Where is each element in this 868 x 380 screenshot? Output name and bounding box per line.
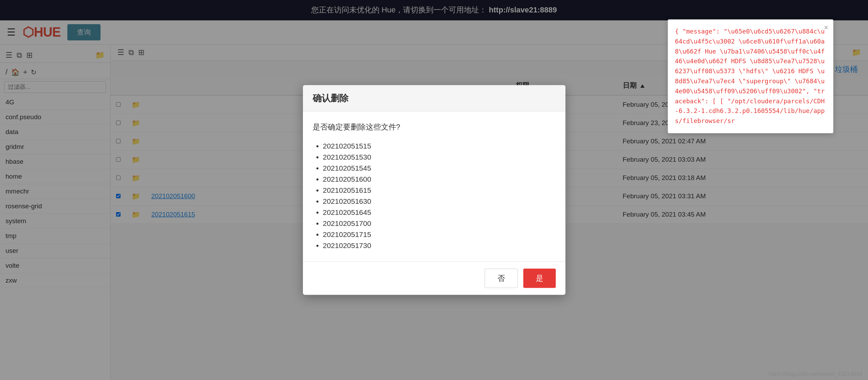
list-item: 202102051730 [323,240,556,251]
list-item: 202102051700 [323,218,556,229]
list-item: 202102051645 [323,207,556,218]
list-item: 202102051545 [323,163,556,174]
list-item: 202102051615 [323,185,556,196]
btn-yes[interactable]: 是 [523,269,556,288]
confirm-dialog: 确认删除 是否确定要删除这些文件? 2021020515152021020515… [303,85,565,295]
list-item: 202102051515 [323,141,556,152]
error-tooltip-text: { "message": "\u65e0\u6cd5\u6267\u884c\u… [675,27,826,126]
confirm-dialog-question: 是否确定要删除这些文件? [313,122,556,132]
list-item: 202102051715 [323,229,556,240]
confirm-dialog-footer: 否 是 [303,262,565,295]
confirm-dialog-header: 确认删除 [303,85,565,112]
btn-no[interactable]: 否 [485,269,518,288]
confirm-dialog-body: 是否确定要删除这些文件? 202102051515202102051530202… [303,112,565,262]
watermark: https://blog.csdn.net/weixin_43214644 [769,371,862,377]
confirm-files-list: 2021020515152021020515302021020515452021… [313,141,556,251]
list-item: 202102051600 [323,174,556,185]
error-close-button[interactable]: × [824,23,828,32]
error-tooltip: × { "message": "\u65e0\u6cd5\u6267\u884c… [668,19,833,133]
confirm-dialog-title: 确认删除 [313,93,349,103]
list-item: 202102051630 [323,196,556,207]
list-item: 202102051530 [323,152,556,163]
